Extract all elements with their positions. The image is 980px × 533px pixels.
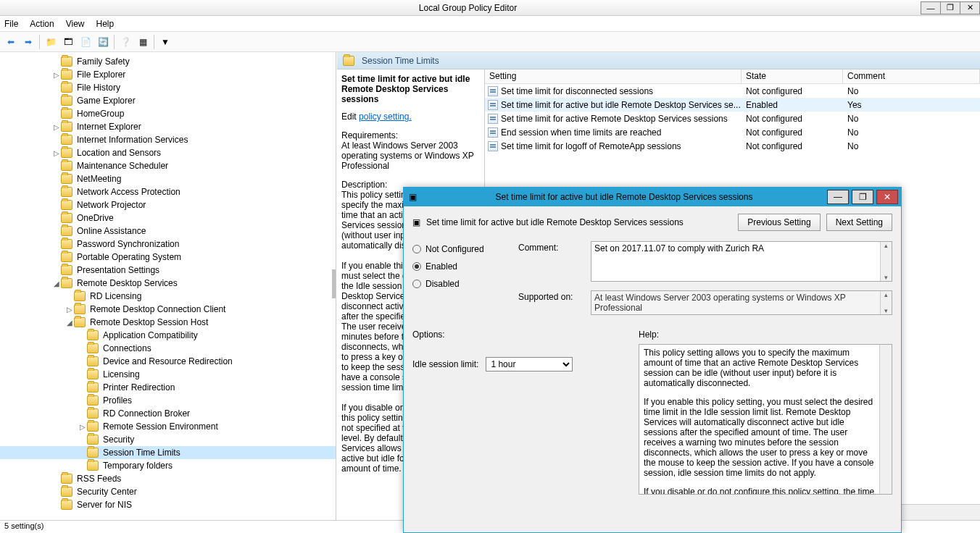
setting-row[interactable]: Set time limit for active but idle Remot… [485,98,980,112]
tree-node[interactable]: Network Access Protection [0,185,336,198]
dialog-heading: Set time limit for active but idle Remot… [426,217,732,227]
tree-label: Remote Desktop Services [75,278,179,288]
close-button[interactable]: ✕ [960,1,980,14]
tree-node[interactable]: Maintenance Scheduler [0,159,336,172]
tree-node[interactable]: ◢Remote Desktop Services [0,277,336,290]
previous-setting-button[interactable]: Previous Setting [738,214,820,231]
idle-limit-select[interactable]: 1 hour [486,357,573,372]
tree-node[interactable]: RSS Feeds [0,472,336,485]
dialog-maximize[interactable]: ❐ [852,190,873,204]
tree-node[interactable]: Security Center [0,485,336,498]
col-setting[interactable]: Setting [485,70,742,83]
setting-row[interactable]: Set time limit for active Remote Desktop… [485,112,980,125]
row-comment: No [843,141,980,151]
list-icon[interactable]: ▦ [135,34,151,50]
tree-node[interactable]: RD Connection Broker [0,407,336,420]
tree-node[interactable]: File History [0,81,336,94]
radio-not-configured[interactable]: Not Configured [412,244,507,254]
folder-icon [61,200,72,210]
maximize-button[interactable]: ❐ [940,1,960,14]
tree-node[interactable]: Application Compatibility [0,329,336,342]
tree-node[interactable]: Game Explorer [0,94,336,107]
tree-label: Printer Redirection [101,382,176,393]
tree-node[interactable]: Password Synchronization [0,238,336,251]
tree-label: NetMeeting [75,174,122,184]
export-icon[interactable]: 📄 [78,34,94,50]
tree-node[interactable]: RD Licensing [0,290,336,303]
filter-icon[interactable]: ▼ [157,34,173,50]
tree-node[interactable]: Online Assistance [0,224,336,238]
tree-node[interactable]: ▷Remote Desktop Connection Client [0,303,336,316]
dialog-minimize[interactable]: — [827,190,849,204]
tree-node[interactable]: Licensing [0,368,336,381]
tree-node[interactable]: ▷Internet Explorer [0,120,336,133]
edit-policy-link[interactable]: policy setting. [359,112,412,122]
row-state: Not configured [742,127,843,138]
col-comment[interactable]: Comment [843,70,980,83]
tree-node[interactable]: Network Projector [0,198,336,211]
tree-node[interactable]: Printer Redirection [0,381,336,394]
dialog-title: Set time limit for active but idle Remot… [421,192,827,202]
tree-label: Game Explorer [75,96,137,106]
help-textbox[interactable]: This policy setting allows you to specif… [639,344,892,495]
radio-disabled[interactable]: Disabled [412,279,507,289]
tree-node[interactable]: Device and Resource Redirection [0,355,336,368]
refresh-icon[interactable]: 🔄 [95,34,111,50]
tree-pane[interactable]: Family Safety▷File ExplorerFile HistoryG… [0,52,336,520]
help-p1: This policy setting allows you to specif… [644,348,876,388]
tree-label: Internet Explorer [75,122,143,132]
tree-label: Device and Resource Redirection [101,356,234,366]
folder-icon [61,487,72,497]
dialog-titlebar[interactable]: ▣ Set time limit for active but idle Rem… [404,188,901,206]
folder-icon [61,135,72,145]
setting-row[interactable]: Set time limit for logoff of RemoteApp s… [485,139,980,153]
menu-file[interactable]: File [4,19,18,29]
tree-node[interactable]: HomeGroup [0,107,336,120]
setting-row[interactable]: Set time limit for disconnected sessions… [485,84,980,98]
tree-label: Application Compatibility [101,330,199,340]
menu-help[interactable]: Help [96,19,115,29]
tree-node[interactable]: ▷Remote Session Environment [0,420,336,433]
tree-node[interactable]: Server for NIS [0,498,336,511]
tree-node[interactable]: Connections [0,342,336,355]
tree-node[interactable]: ▷File Explorer [0,68,336,81]
row-setting: End session when time limits are reached [501,127,661,138]
back-button[interactable]: ⬅ [3,34,19,50]
tree-node[interactable]: Temporary folders [0,459,336,472]
row-comment: No [843,127,980,138]
dialog-close[interactable]: ✕ [876,190,898,204]
folder-icon [61,96,72,106]
next-setting-button[interactable]: Next Setting [826,214,892,231]
tree-node[interactable]: Security [0,433,336,446]
tree-node[interactable]: Profiles [0,394,336,407]
menu-action[interactable]: Action [30,19,54,29]
tree-node[interactable]: ◢Remote Desktop Session Host [0,316,336,329]
forward-button[interactable]: ➡ [20,34,36,50]
tree-node[interactable]: ▷Location and Sensors [0,146,336,159]
minimize-button[interactable]: — [921,1,941,14]
tree-node[interactable]: Presentation Settings [0,264,336,277]
radio-enabled[interactable]: Enabled [412,261,507,272]
setting-row[interactable]: End session when time limits are reached… [485,125,980,139]
folder-icon [61,213,72,223]
tree-label: RD Licensing [88,291,143,301]
tree-node[interactable]: Internet Information Services [0,133,336,146]
tree-node[interactable]: Portable Operating System [0,251,336,264]
col-state[interactable]: State [742,70,843,83]
tree-label: Remote Session Environment [101,421,220,432]
tree-node[interactable]: Family Safety [0,55,336,68]
tree-node[interactable]: NetMeeting [0,172,336,185]
policy-icon [488,86,498,96]
comment-textbox[interactable]: Set on 2017.11.07 to comply with Zurich … [591,241,892,282]
help-icon[interactable]: ❔ [117,34,133,50]
folder-icon [61,474,72,484]
folder-icon [61,252,72,262]
props-icon[interactable]: 🗔 [60,34,76,50]
row-state: Not configured [742,86,843,96]
tree-node[interactable]: Session Time Limits [0,446,336,459]
menu-view[interactable]: View [66,19,85,29]
folder-icon [61,56,72,67]
tree-node[interactable]: OneDrive [0,211,336,224]
row-setting: Set time limit for disconnected sessions [501,86,653,96]
up-icon[interactable]: 📁 [43,34,59,50]
